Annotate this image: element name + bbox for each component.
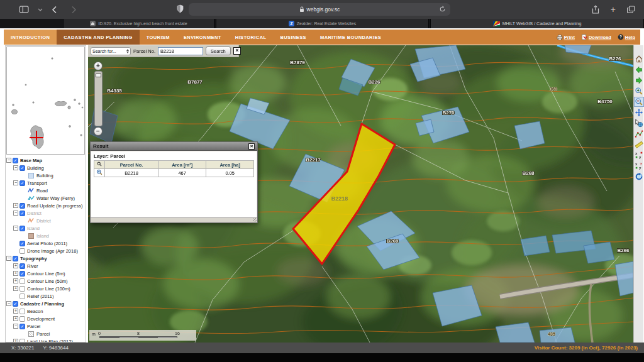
layer-item-beacon[interactable]: +Beacon [6, 307, 85, 315]
layer-item-island[interactable]: −✓Island [6, 224, 85, 232]
new-tab-icon[interactable]: + [611, 4, 616, 14]
layer-checkbox[interactable]: ✓ [19, 263, 25, 269]
zoom-out-button[interactable]: − [94, 127, 103, 136]
expand-icon[interactable]: + [13, 309, 18, 314]
result-close-button[interactable]: × [248, 143, 255, 150]
address-bar[interactable]: webgis.gov.sc [189, 3, 450, 16]
layer-checkbox[interactable]: ✓ [19, 211, 25, 216]
resize-grip-icon[interactable] [253, 218, 257, 222]
home-icon[interactable] [634, 54, 644, 64]
nav-tab-tourism[interactable]: TOURISM [140, 30, 177, 45]
layer-item-transport[interactable]: −✓Transport [6, 179, 85, 187]
layer-item-island[interactable]: Island [6, 232, 85, 239]
layer-checkbox[interactable]: ✓ [19, 180, 25, 186]
layer-item-land-use-plan-2012[interactable]: +Land Use Plan (2012) [6, 337, 85, 342]
sidebar-toggle-icon[interactable] [19, 6, 29, 13]
layer-item-district[interactable]: −✓District [6, 209, 85, 217]
nav-tab-business[interactable]: BUSINESS [273, 30, 313, 45]
zoom-out-icon[interactable] [634, 97, 644, 107]
nav-tab-environment[interactable]: ENVIRONMENT [177, 30, 228, 45]
collapse-icon[interactable]: − [13, 226, 18, 231]
layer-item-contour-line-5m[interactable]: +✓Contour Line (5m) [6, 270, 85, 277]
layer-checkbox[interactable] [19, 309, 25, 314]
layer-checkbox[interactable]: ✓ [19, 271, 25, 277]
layer-item-parcel[interactable]: Parcel [6, 330, 85, 337]
layer-item-water-way-ferry[interactable]: Water Way (Ferry) [6, 194, 85, 202]
layer-item-cadastre-planning[interactable]: −✓Cadastre / Planning [6, 300, 85, 307]
layer-item-drone-image-apr-2018[interactable]: Drone Image (Apr 2018) [6, 247, 85, 255]
reload-icon[interactable] [439, 6, 446, 13]
collapse-icon[interactable]: − [13, 165, 18, 170]
overview-minimap[interactable] [6, 47, 85, 155]
help-button[interactable]: ? Help [618, 34, 635, 40]
layer-item-river[interactable]: +✓River [6, 262, 85, 270]
zoom-slider-track[interactable] [94, 71, 103, 126]
previous-extent-icon[interactable] [634, 65, 644, 75]
layer-item-parcel[interactable]: −✓Parcel [6, 322, 85, 330]
collapse-icon[interactable]: − [6, 158, 11, 163]
expand-icon[interactable]: + [13, 286, 18, 291]
tab-overview-icon[interactable] [627, 6, 635, 13]
expand-icon[interactable]: + [13, 263, 18, 268]
layer-checkbox[interactable]: ✓ [13, 256, 18, 261]
layer-item-aerial-photo-2011[interactable]: ✓Aerial Photo (2011) [6, 239, 85, 247]
collapse-icon[interactable]: − [13, 180, 18, 185]
browser-tab-1[interactable]: ZZealder: Real Estate Websites [216, 19, 429, 28]
layer-checkbox[interactable]: ✓ [19, 241, 25, 246]
layer-checkbox[interactable] [19, 278, 25, 284]
layer-checkbox[interactable]: ✓ [13, 158, 18, 163]
layer-item-contour-line-50m[interactable]: +Contour Line (50m) [6, 277, 85, 285]
xy-query-icon[interactable]: xy? [634, 161, 644, 171]
layer-checkbox[interactable] [19, 316, 25, 322]
zoom-slider-thumb[interactable] [96, 74, 101, 77]
nav-tab-historical[interactable]: HISTORICAL [228, 30, 274, 45]
collapse-icon[interactable]: − [6, 301, 11, 306]
layer-item-development[interactable]: +Development [6, 315, 85, 322]
nav-tab-maritime-boundaries[interactable]: MARITIME BOUNDARIES [313, 30, 388, 45]
forward-icon[interactable] [71, 6, 77, 14]
expand-icon[interactable]: + [13, 203, 18, 208]
collapse-icon[interactable]: − [13, 324, 18, 329]
layer-item-building[interactable]: −✓Building [6, 164, 85, 172]
collapse-icon[interactable]: − [6, 256, 11, 261]
layer-checkbox[interactable]: ✓ [19, 203, 25, 209]
layer-item-contour-line-100m[interactable]: +Contour Line (100m) [6, 285, 85, 292]
layer-checkbox[interactable] [19, 339, 25, 343]
layer-item-road-update-in-progress[interactable]: +✓Road Update (in progress) [6, 202, 85, 209]
back-icon[interactable] [52, 6, 57, 14]
next-extent-icon[interactable] [634, 75, 644, 85]
chevron-down-icon[interactable] [38, 8, 43, 11]
search-button[interactable]: Search [206, 47, 231, 55]
search-close-button[interactable]: × [233, 47, 241, 55]
expand-icon[interactable]: + [13, 278, 18, 283]
browser-tab-2[interactable]: MHILT WebGIS / Cadastre and Planning [430, 19, 644, 28]
refresh-icon[interactable] [634, 172, 644, 182]
nav-tab-cadastre-and-planning[interactable]: CADASTRE AND PLANNING [57, 30, 139, 45]
layer-item-district[interactable]: District [6, 217, 85, 224]
layer-item-topography[interactable]: −✓Topography [6, 255, 85, 262]
browser-tab-0[interactable]: ID:920. Exclusive high-end beach front e… [63, 19, 214, 28]
share-icon[interactable] [592, 5, 599, 14]
print-button[interactable]: Print [557, 35, 575, 40]
map-viewport[interactable]: B4335B7877B7879B226B270B276B4750B2217B22… [88, 45, 633, 343]
search-for-dropdown[interactable]: Search for... [91, 47, 131, 55]
layer-item-road[interactable]: Road [6, 187, 85, 194]
collapse-icon[interactable]: − [13, 211, 18, 216]
measure-line-icon[interactable] [634, 129, 644, 139]
measure-distance-icon[interactable] [634, 140, 644, 150]
parcel-no-input[interactable] [158, 47, 203, 55]
result-titlebar[interactable]: Result × [91, 142, 257, 151]
layer-checkbox[interactable] [19, 286, 25, 292]
layer-item-relief-2011[interactable]: Relief (2011) [6, 292, 85, 300]
expand-icon[interactable]: + [13, 316, 18, 321]
layer-checkbox[interactable] [19, 248, 25, 254]
nav-tab-introduction[interactable]: INTRODUCTION [4, 30, 57, 45]
zoom-in-button[interactable]: + [94, 62, 103, 70]
layer-checkbox[interactable]: ✓ [19, 165, 25, 171]
layer-checkbox[interactable]: ✓ [13, 301, 18, 307]
layer-item-base-map[interactable]: −✓Base Map [6, 156, 85, 164]
layer-checkbox[interactable] [19, 293, 25, 299]
xy-coordinates-icon[interactable]: xy [634, 150, 644, 160]
expand-icon[interactable]: + [13, 271, 18, 276]
pan-icon[interactable] [634, 107, 644, 118]
